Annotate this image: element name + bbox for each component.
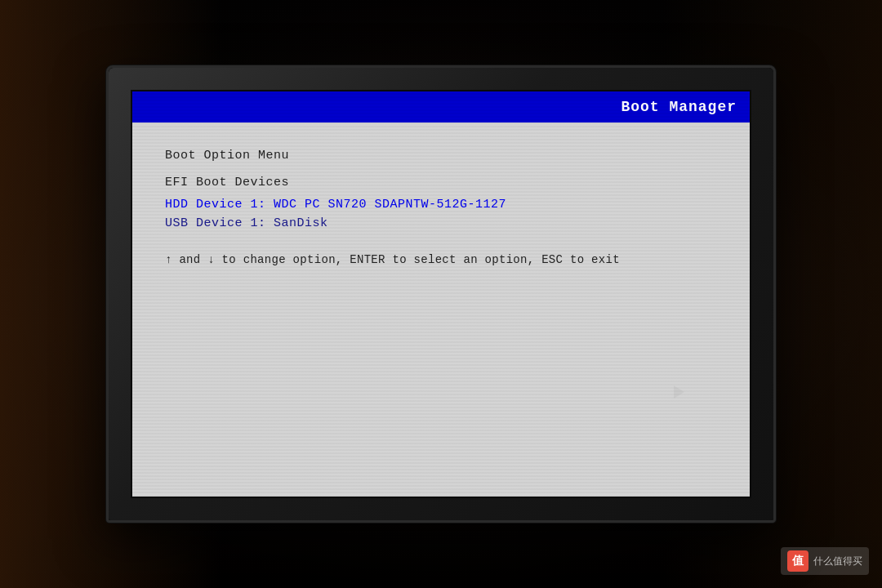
boot-device-hdd[interactable]: HDD Device 1: WDC PC SN720 SDAPNTW-512G-…: [165, 198, 717, 212]
efi-section-label: EFI Boot Devices: [165, 176, 717, 189]
monitor-screen: Boot Manager Boot Option Menu EFI Boot D…: [131, 90, 751, 498]
title-bar: Boot Manager: [132, 91, 750, 122]
watermark-text: 什么值得买: [813, 555, 862, 568]
monitor: Boot Manager Boot Option Menu EFI Boot D…: [106, 65, 776, 523]
boot-option-menu-label: Boot Option Menu: [165, 149, 717, 163]
navigation-hint: ↑ and ↓ to change option, ENTER to selec…: [165, 253, 717, 266]
boot-manager-title: Boot Manager: [621, 99, 737, 115]
bios-content: Boot Option Menu EFI Boot Devices HDD De…: [132, 122, 750, 497]
bios-screen: Boot Manager Boot Option Menu EFI Boot D…: [132, 91, 750, 497]
watermark: 值 什么值得买: [781, 547, 869, 575]
mouse-cursor: [674, 385, 684, 399]
watermark-icon: 值: [787, 550, 808, 572]
boot-device-usb[interactable]: USB Device 1: SanDisk: [165, 216, 717, 230]
